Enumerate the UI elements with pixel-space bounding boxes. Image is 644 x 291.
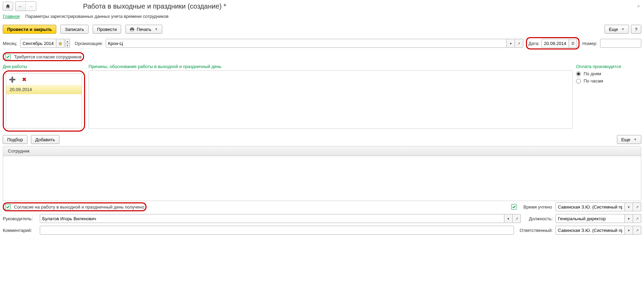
print-label: Печать — [137, 27, 151, 32]
number-input[interactable] — [600, 39, 641, 48]
nav-back-button[interactable]: ← — [15, 2, 26, 11]
number-label: Номер: — [582, 41, 597, 46]
days-add-button[interactable]: ➕ — [8, 75, 16, 83]
org-input[interactable] — [106, 39, 507, 48]
time-counted-checkbox[interactable] — [511, 204, 517, 210]
employee-table: Сотрудник — [3, 146, 641, 201]
manager-input[interactable] — [40, 214, 504, 223]
manager-dropdown[interactable]: ▾ — [504, 214, 513, 223]
plus-icon: ➕ — [9, 76, 16, 83]
responsible-label: Ответственный: — [517, 228, 553, 233]
consent-required-label: Требуется согласие сотрудников — [14, 54, 82, 59]
help-button[interactable]: ? — [631, 25, 641, 34]
consent-received-label: Согласие на работу в выходной и празднич… — [14, 204, 144, 210]
month-down-button[interactable]: ▼ — [65, 43, 70, 48]
home-button[interactable] — [3, 2, 13, 11]
org-open-button[interactable]: ↗ — [515, 39, 523, 48]
close-button[interactable]: × — [636, 3, 641, 9]
save-button[interactable]: Записать — [60, 25, 89, 34]
emp-more-button[interactable]: Еще — [617, 135, 641, 144]
time-user-dropdown[interactable]: ▾ — [625, 202, 633, 211]
reason-textarea[interactable] — [89, 70, 573, 129]
month-input[interactable] — [20, 39, 56, 48]
add-button[interactable]: Добавить — [31, 135, 59, 144]
employee-table-body[interactable] — [3, 156, 641, 201]
radio-off-icon — [576, 79, 581, 83]
svg-rect-0 — [131, 27, 134, 29]
position-label: Должность: — [524, 216, 553, 221]
month-picker-button[interactable]: ▦ — [56, 39, 65, 48]
check-icon — [512, 205, 516, 209]
payment-by-hours-radio[interactable]: По часам — [576, 78, 641, 83]
open-icon: ↗ — [517, 42, 520, 45]
payment-by-days-label: По дням — [584, 71, 601, 76]
consent-required-checkbox[interactable] — [5, 54, 11, 59]
tab-params[interactable]: Параметры зарегистрированных данных учет… — [25, 14, 168, 19]
print-button[interactable]: Печать — [125, 25, 162, 34]
radio-on-icon — [576, 71, 581, 76]
employee-column-header[interactable]: Сотрудник — [3, 146, 641, 156]
nav-forward-button[interactable]: → — [26, 2, 36, 11]
arrow-left-icon: ← — [18, 4, 23, 9]
payment-by-days-radio[interactable]: По дням — [576, 71, 641, 76]
manager-label: Руководитель: — [3, 216, 37, 221]
days-section-label: Дни работы — [3, 64, 85, 69]
responsible-dropdown[interactable]: ▾ — [625, 226, 633, 235]
chevron-down-icon: ▾ — [510, 42, 512, 45]
responsible-input[interactable] — [555, 226, 625, 235]
manager-open[interactable]: ↗ — [513, 214, 521, 223]
date-label: Дата: — [528, 41, 539, 46]
comment-label: Комментарий: — [3, 228, 37, 233]
position-open[interactable]: ↗ — [633, 214, 641, 223]
days-row-1[interactable]: 20.09.2014 — [6, 85, 82, 94]
date-input[interactable] — [541, 39, 569, 48]
month-label: Месяц: — [3, 41, 17, 46]
reason-section-label: Причины, обоснование работы в выходной и… — [89, 64, 573, 69]
days-delete-button[interactable]: ✖ — [20, 75, 28, 83]
date-picker-button[interactable]: 🗓 — [569, 39, 577, 48]
calendar-icon: 🗓 — [571, 42, 575, 45]
payment-section-label: Оплата производится — [576, 64, 641, 69]
org-label: Организация: — [75, 41, 103, 46]
arrow-right-icon: → — [29, 4, 33, 9]
svg-rect-2 — [131, 30, 133, 31]
check-icon — [6, 205, 10, 209]
time-user-input[interactable] — [555, 202, 625, 211]
post-and-close-button[interactable]: Провести и закрыть — [3, 25, 56, 34]
time-user-open[interactable]: ↗ — [633, 202, 641, 211]
close-icon: × — [637, 3, 640, 9]
grid-icon: ▦ — [59, 42, 62, 45]
consent-received-checkbox[interactable] — [5, 204, 11, 210]
position-input[interactable] — [555, 214, 625, 223]
org-dropdown-button[interactable]: ▾ — [507, 39, 515, 48]
check-icon — [6, 55, 10, 59]
post-button[interactable]: Провести — [93, 25, 121, 34]
printer-icon — [130, 27, 134, 32]
month-up-button[interactable]: ▲ — [65, 39, 70, 43]
position-dropdown[interactable]: ▾ — [625, 214, 633, 223]
time-counted-label: Время учтено — [524, 204, 552, 210]
home-icon — [5, 3, 11, 9]
page-title: Работа в выходные и праздники (создание)… — [83, 2, 226, 10]
comment-input[interactable] — [40, 226, 514, 235]
more-button[interactable]: Еще — [605, 25, 629, 34]
tab-main[interactable]: Главное — [3, 14, 20, 19]
responsible-open[interactable]: ↗ — [633, 226, 641, 235]
pick-button[interactable]: Подбор — [3, 135, 27, 144]
payment-by-hours-label: По часам — [584, 78, 603, 83]
x-icon: ✖ — [22, 76, 26, 83]
